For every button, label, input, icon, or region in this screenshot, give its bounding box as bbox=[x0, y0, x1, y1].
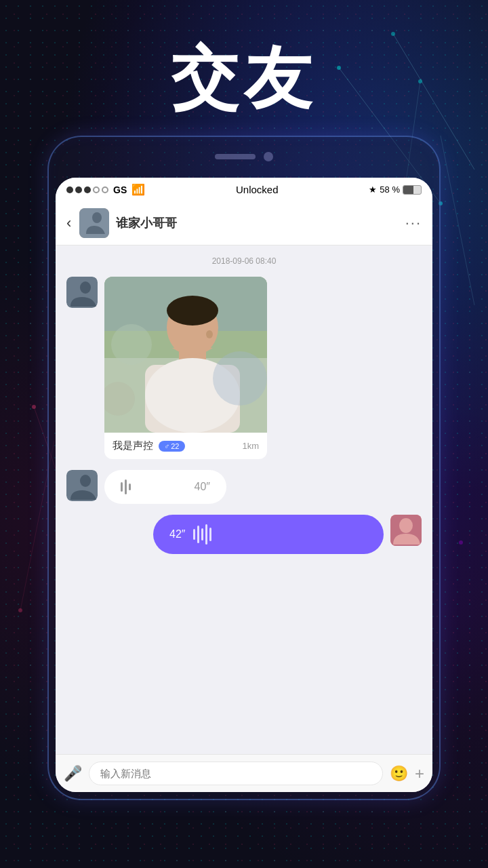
sender-avatar-2 bbox=[66, 470, 98, 501]
received-voice-bubble[interactable]: 40″ bbox=[104, 470, 226, 504]
svg-point-10 bbox=[32, 405, 36, 409]
back-button[interactable]: ‹ bbox=[66, 214, 71, 232]
profile-card-left: 我是声控 ♂ 22 bbox=[113, 439, 185, 452]
self-avatar bbox=[390, 515, 422, 546]
more-button[interactable]: ··· bbox=[405, 214, 422, 232]
battery-percent: 58 % bbox=[380, 184, 400, 195]
signal-dot-2 bbox=[75, 186, 82, 193]
sent-voice-bubble[interactable]: 42″ bbox=[153, 515, 384, 554]
wave-bar bbox=[125, 479, 127, 494]
contact-avatar[interactable] bbox=[79, 208, 109, 238]
svg-point-21 bbox=[167, 296, 218, 326]
nav-bar: ‹ 谁家小哥哥 ··· bbox=[56, 201, 432, 245]
signal-dot-1 bbox=[66, 186, 73, 193]
phone-camera bbox=[264, 152, 273, 161]
received-voice-row: 40″ bbox=[66, 470, 422, 504]
battery-fill bbox=[403, 186, 413, 194]
chat-timestamp: 2018-09-06 08:40 bbox=[66, 256, 422, 266]
message-input[interactable] bbox=[89, 762, 383, 785]
wave-bar-sent bbox=[197, 526, 199, 543]
phone-top-notch bbox=[215, 152, 273, 161]
carrier-text: GS bbox=[113, 184, 127, 195]
gender-icon: ♂ bbox=[164, 442, 169, 450]
voice-waveform bbox=[121, 479, 131, 494]
wave-bar-sent bbox=[193, 529, 195, 540]
profile-card-info: 我是声控 ♂ 22 1km bbox=[104, 433, 267, 459]
wave-bar bbox=[129, 484, 131, 490]
phone-speaker bbox=[215, 154, 256, 159]
svg-point-25 bbox=[206, 330, 213, 338]
sender-avatar bbox=[66, 277, 98, 308]
gender-badge: ♂ 22 bbox=[159, 441, 185, 452]
input-bar: 🎤 🙂 + bbox=[56, 754, 432, 792]
svg-point-27 bbox=[213, 351, 267, 406]
svg-point-14 bbox=[92, 212, 102, 223]
svg-point-16 bbox=[80, 281, 91, 294]
signal-dot-5 bbox=[102, 186, 108, 193]
wave-bar-sent bbox=[205, 524, 207, 545]
svg-point-12 bbox=[18, 608, 22, 612]
emoji-button[interactable]: 🙂 bbox=[390, 765, 408, 783]
phone-screen: GS 📶 Unlocked ★ 58 % ‹ bbox=[56, 178, 432, 792]
battery-icon bbox=[403, 185, 422, 195]
sent-voice-row: 42″ bbox=[66, 515, 422, 554]
status-right: ★ 58 % bbox=[369, 184, 422, 195]
wave-bar-sent bbox=[209, 528, 211, 541]
profile-card-image bbox=[104, 277, 267, 433]
voice-duration: 40″ bbox=[195, 481, 210, 493]
phone-frame: GS 📶 Unlocked ★ 58 % ‹ bbox=[47, 136, 441, 800]
received-profile-card-row: 我是声控 ♂ 22 1km bbox=[66, 277, 422, 459]
sent-voice-waveform bbox=[193, 524, 211, 545]
chat-area[interactable]: 2018-09-06 08:40 bbox=[56, 245, 432, 754]
wave-bar-sent bbox=[201, 528, 203, 540]
page-title: 交友 bbox=[0, 34, 488, 125]
svg-point-30 bbox=[80, 475, 91, 487]
wave-bar bbox=[121, 482, 123, 492]
status-bar: GS 📶 Unlocked ★ 58 % bbox=[56, 178, 432, 201]
status-left: GS 📶 bbox=[66, 183, 145, 196]
age-text: 22 bbox=[171, 442, 179, 450]
contact-name: 谁家小哥哥 bbox=[116, 215, 405, 231]
svg-point-11 bbox=[459, 540, 463, 545]
svg-point-32 bbox=[399, 518, 413, 533]
unlock-text: Unlocked bbox=[236, 184, 279, 195]
svg-point-26 bbox=[111, 324, 152, 365]
signal-dot-4 bbox=[93, 186, 100, 193]
signal-dot-3 bbox=[84, 186, 91, 193]
profile-card-distance: 1km bbox=[242, 441, 259, 451]
bluetooth-icon: ★ bbox=[369, 184, 377, 195]
profile-card-name: 我是声控 bbox=[113, 439, 153, 452]
profile-card[interactable]: 我是声控 ♂ 22 1km bbox=[104, 277, 267, 459]
sent-voice-duration: 42″ bbox=[169, 528, 185, 540]
add-button[interactable]: + bbox=[415, 764, 424, 783]
wifi-icon: 📶 bbox=[131, 183, 145, 196]
mic-button[interactable]: 🎤 bbox=[64, 765, 82, 783]
